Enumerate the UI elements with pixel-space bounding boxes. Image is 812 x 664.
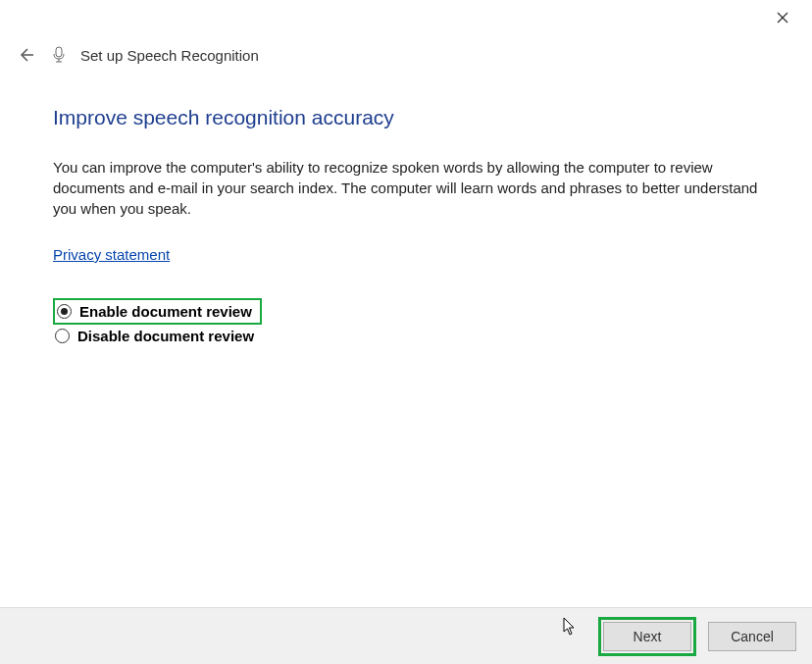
enable-document-review-option[interactable]: Enable document review — [53, 298, 262, 325]
radio-icon — [55, 329, 70, 343]
close-icon — [777, 12, 788, 24]
back-arrow-icon — [16, 45, 35, 65]
radio-label: Disable document review — [77, 328, 254, 344]
microphone-icon — [51, 45, 67, 65]
privacy-statement-link[interactable]: Privacy statement — [53, 246, 170, 263]
wizard-content: Improve speech recognition accuracy You … — [0, 67, 812, 347]
cancel-button[interactable]: Cancel — [708, 622, 796, 651]
radio-icon — [57, 304, 72, 319]
back-button[interactable] — [14, 43, 37, 67]
wizard-header: Set up Speech Recognition — [0, 0, 812, 67]
next-button[interactable]: Next — [603, 622, 691, 651]
document-review-radio-group: Enable document review Disable document … — [53, 298, 773, 347]
svg-rect-3 — [56, 47, 62, 57]
window-title: Set up Speech Recognition — [80, 47, 259, 64]
disable-document-review-option[interactable]: Disable document review — [53, 325, 262, 347]
close-button[interactable] — [773, 8, 792, 27]
wizard-footer: Next Cancel — [0, 607, 812, 664]
next-button-highlight: Next — [598, 617, 696, 656]
radio-label: Enable document review — [79, 303, 252, 320]
page-heading: Improve speech recognition accuracy — [53, 106, 773, 129]
page-description: You can improve the computer's ability t… — [53, 157, 773, 219]
